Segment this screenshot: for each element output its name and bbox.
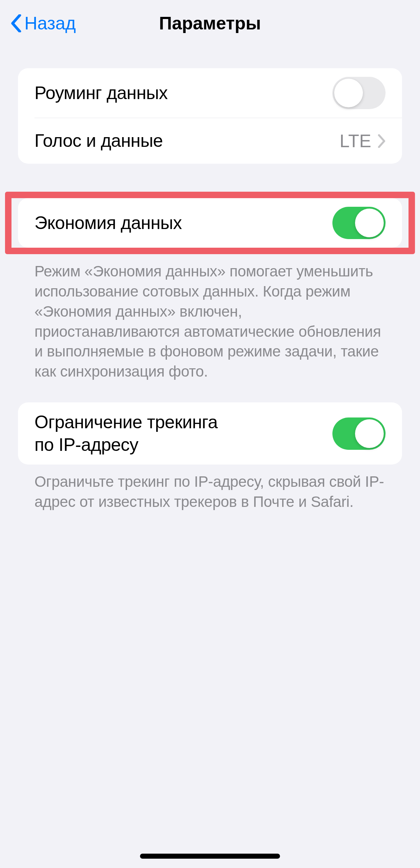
highlight-frame: Экономия данных bbox=[5, 192, 415, 254]
group-ip-tracking: Ограничение трекинга по IP-адресу bbox=[18, 402, 402, 465]
toggle-knob bbox=[355, 419, 384, 448]
row-voice-and-data[interactable]: Голос и данные LTE bbox=[34, 118, 402, 164]
voice-and-data-label: Голос и данные bbox=[34, 130, 163, 152]
group-low-data: Экономия данных bbox=[18, 198, 402, 248]
limit-ip-tracking-footer: Ограничьте трекинг по IP-адресу, скрывая… bbox=[0, 465, 420, 512]
group-cellular: Роуминг данных Голос и данные LTE bbox=[18, 68, 402, 164]
toggle-knob bbox=[355, 209, 384, 237]
toggle-knob bbox=[334, 79, 363, 107]
back-button[interactable]: Назад bbox=[11, 13, 76, 34]
limit-ip-tracking-label: Ограничение трекинга по IP-адресу bbox=[34, 411, 228, 456]
data-roaming-toggle[interactable] bbox=[332, 77, 386, 109]
row-limit-ip-tracking: Ограничение трекинга по IP-адресу bbox=[18, 402, 402, 465]
low-data-mode-label: Экономия данных bbox=[34, 212, 182, 234]
row-data-roaming: Роуминг данных bbox=[18, 68, 402, 118]
low-data-mode-toggle[interactable] bbox=[332, 207, 386, 239]
voice-and-data-value: LTE bbox=[340, 131, 371, 151]
chevron-right-icon bbox=[378, 134, 386, 148]
chevron-left-icon bbox=[11, 14, 22, 32]
back-label: Назад bbox=[24, 13, 76, 34]
data-roaming-label: Роуминг данных bbox=[34, 82, 168, 104]
navigation-bar: Назад Параметры bbox=[0, 0, 420, 47]
home-indicator bbox=[140, 854, 280, 859]
limit-ip-tracking-toggle[interactable] bbox=[332, 417, 386, 450]
row-low-data-mode: Экономия данных bbox=[18, 198, 402, 248]
low-data-mode-footer: Режим «Экономия данных» помогает уменьши… bbox=[0, 254, 420, 382]
